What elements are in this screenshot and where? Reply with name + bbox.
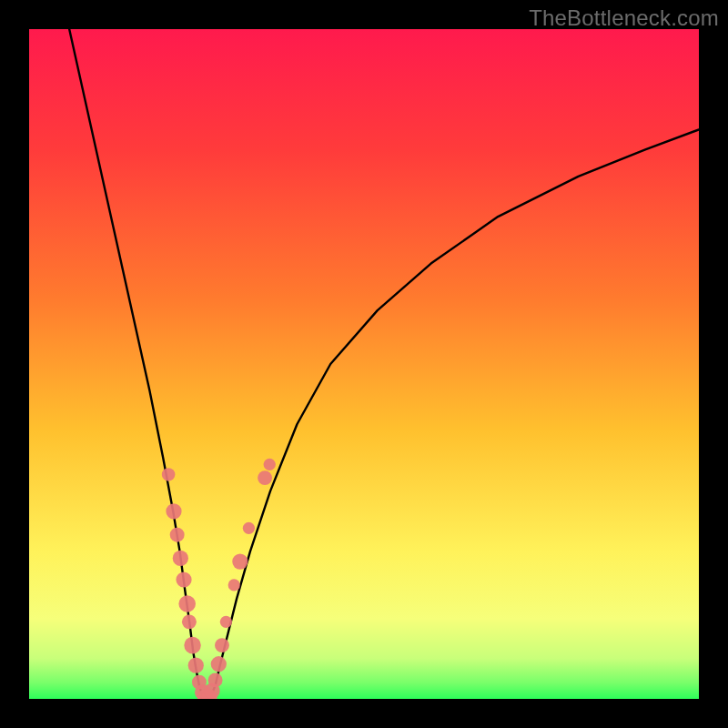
data-point	[178, 595, 196, 612]
data-point	[228, 579, 240, 591]
watermark-text: TheBottleneck.com	[529, 5, 719, 31]
data-point	[243, 522, 255, 534]
data-point	[162, 468, 176, 481]
data-point	[182, 614, 197, 629]
data-point	[166, 503, 181, 519]
data-point	[184, 637, 201, 654]
data-point	[211, 656, 227, 672]
data-point	[264, 459, 276, 470]
chart-frame: TheBottleneck.com	[0, 0, 728, 728]
data-point	[173, 551, 188, 566]
data-point	[215, 638, 229, 652]
data-point	[258, 470, 272, 485]
plot-background	[29, 29, 699, 699]
plot-svg	[29, 29, 699, 699]
data-point	[176, 571, 191, 587]
data-point	[220, 616, 232, 628]
data-point	[170, 528, 185, 542]
plot-area	[29, 29, 699, 699]
data-point	[188, 658, 204, 673]
data-point	[232, 554, 248, 570]
data-point	[208, 672, 223, 687]
